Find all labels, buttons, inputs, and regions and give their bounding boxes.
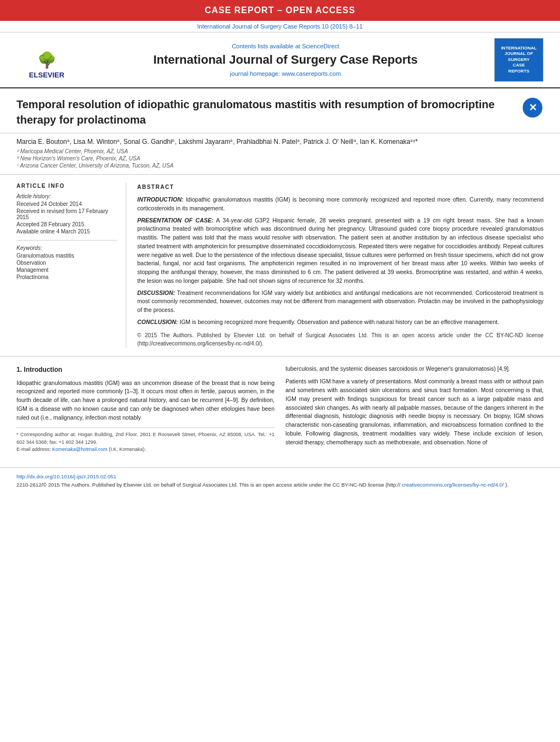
keyword-1: Granulomatous mastitis xyxy=(16,253,117,259)
copyright-line: © 2015 The Authors. Published by Elsevie… xyxy=(137,331,544,348)
copyright-text: © 2015 The Authors. Published by Elsevie… xyxy=(137,332,544,347)
discussion-title: DISCUSSION: xyxy=(137,289,175,296)
authors-line: Marcia E. Boutonᵃ, Lisa M. Wintonᵃ, Sona… xyxy=(16,138,544,146)
footer-license: 2210-2612/© 2015 The Authors. Published … xyxy=(16,482,544,488)
available-date: Available online 4 March 2015 xyxy=(16,228,117,235)
affiliation-a: ᵃ Maricopa Medical Center, Phoenix, AZ, … xyxy=(16,148,544,154)
conclusion-title: CONCLUSION: xyxy=(137,319,178,325)
email-name: (I.K. Komenaka). xyxy=(109,447,146,452)
email-label: E-mail address: xyxy=(16,447,51,452)
article-info-heading: ARTICLE INFO xyxy=(16,183,117,189)
footnote-email: E-mail address: Komenaka@hotmail.com (I.… xyxy=(16,446,275,454)
authors-section: Marcia E. Boutonᵃ, Lisa M. Wintonᵃ, Sona… xyxy=(0,133,560,175)
info-abstract-section: ARTICLE INFO Article history: Received 2… xyxy=(0,175,560,356)
intro-title: INTRODUCTION: xyxy=(137,196,183,203)
abstract-discussion: DISCUSSION: Treatment recommendations fo… xyxy=(137,289,544,315)
keywords-section: Keywords: Granulomatous mastitis Observa… xyxy=(16,240,117,280)
section-title: Introduction xyxy=(24,366,62,373)
journal-title: International Journal of Surgery Case Re… xyxy=(88,53,483,67)
abstract-section: ABSTRACT INTRODUCTION: Idiopathic granul… xyxy=(137,183,544,348)
journal-ref-text: International Journal of Surgery Case Re… xyxy=(197,23,362,30)
right-logo-text: INTERNATIONALJOURNAL OFSURGERYCASEREPORT… xyxy=(501,46,537,74)
journal-header: 🌳 ELSEVIER Contents lists available at S… xyxy=(0,32,560,88)
license-text: 2210-2612/© 2015 The Authors. Published … xyxy=(16,482,400,488)
main-body: 1. Introduction Idiopathic granulomatous… xyxy=(0,356,560,467)
conclusion-text: IGM is becoming recognized more frequent… xyxy=(180,319,499,325)
sciencedirect-link: Contents lists available at ScienceDirec… xyxy=(88,43,483,49)
license-link[interactable]: creativecommons.org/licenses/by-nc-nd/4.… xyxy=(402,482,504,488)
discussion-text: Treatment recommendations for IGM vary w… xyxy=(137,289,544,314)
case-report-banner: CASE REPORT – OPEN ACCESS xyxy=(0,0,560,21)
section-number: 1. xyxy=(16,366,22,373)
article-title: Temporal resolution of idiopathic granul… xyxy=(16,97,511,127)
tree-icon: 🌳 xyxy=(37,51,57,69)
doi-link[interactable]: http://dx.doi.org/10.1016/j.ijscr.2015.0… xyxy=(16,473,116,479)
intro-section-heading: 1. Introduction xyxy=(16,365,275,375)
intro-para-1: Idiopathic granulomatous mastitis (IGM) … xyxy=(16,379,275,422)
abstract-heading: ABSTRACT xyxy=(137,183,544,191)
journal-logo-right: INTERNATIONALJOURNAL OFSURGERYCASEREPORT… xyxy=(494,38,544,82)
affiliation-b: ᵇ New Horizon's Women's Care, Phoenix, A… xyxy=(16,155,544,161)
article-title-section: Temporal resolution of idiopathic granul… xyxy=(0,88,560,133)
footnote-section: * Corresponding author at: Hogan Buildin… xyxy=(16,427,275,454)
journal-reference-line: International Journal of Surgery Case Re… xyxy=(0,21,560,32)
affiliation-c: ᶜ Arizona Cancer Center, University of A… xyxy=(16,163,544,169)
journal-homepage: journal homepage: www.casereports.com xyxy=(88,70,483,77)
accepted-date: Accepted 28 February 2015 xyxy=(16,221,117,227)
banner-text: CASE REPORT – OPEN ACCESS xyxy=(205,5,355,15)
keyword-3: Management xyxy=(16,267,117,273)
keywords-label: Keywords: xyxy=(16,245,117,251)
column-left: 1. Introduction Idiopathic granulomatous… xyxy=(16,365,275,459)
sciencedirect-text[interactable]: ScienceDirect xyxy=(302,43,339,49)
journal-center-info: Contents lists available at ScienceDirec… xyxy=(77,43,494,77)
svg-text:✕: ✕ xyxy=(529,102,537,113)
email-address[interactable]: Komenaka@hotmail.com xyxy=(52,447,108,452)
article-info: ARTICLE INFO Article history: Received 2… xyxy=(16,183,126,348)
abstract-intro: INTRODUCTION: Idiopathic granulomatous m… xyxy=(137,196,544,213)
footer-doi: http://dx.doi.org/10.1016/j.ijscr.2015.0… xyxy=(16,473,544,479)
presentation-text: A 34-year-old G3P2 Hispanic female, 28 w… xyxy=(137,217,544,284)
keyword-4: Prolactinoma xyxy=(16,274,117,280)
elsevier-wordmark: ELSEVIER xyxy=(29,71,64,79)
footer-section: http://dx.doi.org/10.1016/j.ijscr.2015.0… xyxy=(0,467,560,493)
intro-para-right-1: tuberculosis, and the systemic diseases … xyxy=(285,365,544,373)
received-date: Received 24 October 2014 xyxy=(16,201,117,207)
homepage-link[interactable]: www.casereports.com xyxy=(282,70,341,77)
abstract-presentation: PRESENTATION OF CASE: A 34-year-old G3P2… xyxy=(137,216,544,286)
abstract-conclusion: CONCLUSION: IGM is becoming recognized m… xyxy=(137,318,544,327)
intro-text: Idiopathic granulomatous mastitis (IGM) … xyxy=(137,196,544,211)
license-end: ). xyxy=(505,482,508,488)
presentation-title: PRESENTATION OF CASE: xyxy=(137,217,214,224)
column-right: tuberculosis, and the systemic diseases … xyxy=(285,365,544,459)
crossmark-logo: ✕ xyxy=(522,97,544,119)
elsevier-logo: 🌳 ELSEVIER xyxy=(16,38,77,82)
footnote-text: * Corresponding author at: Hogan Buildin… xyxy=(16,431,275,446)
history-label: Article history: xyxy=(16,193,117,199)
intro-para-right-2: Patients with IGM have a variety of pres… xyxy=(285,377,544,447)
keyword-2: Observation xyxy=(16,260,117,266)
revised-date: Received in revised form 17 February 201… xyxy=(16,208,117,220)
